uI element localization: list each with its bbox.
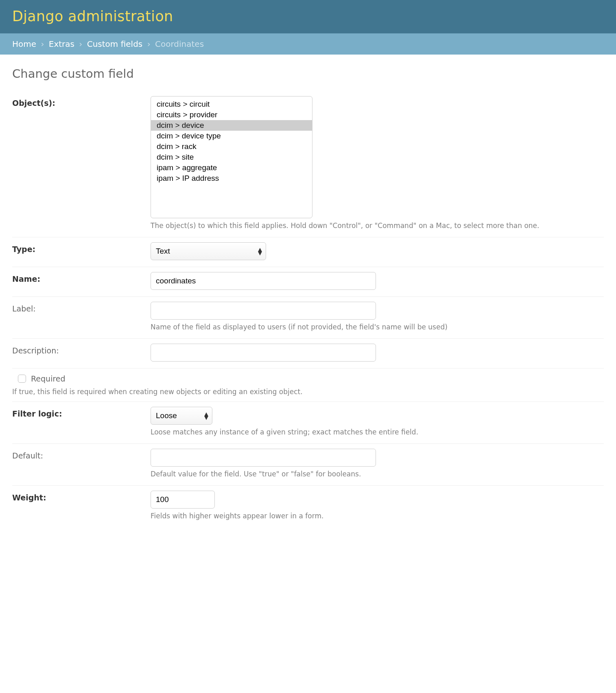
form-row-name: Name: xyxy=(12,267,604,297)
name-input[interactable] xyxy=(151,272,376,290)
required-checkbox[interactable] xyxy=(18,375,26,383)
breadcrumb-current: Coordinates xyxy=(155,39,204,49)
weight-input[interactable] xyxy=(151,491,215,509)
name-label: Name: xyxy=(12,272,151,283)
default-label: Default: xyxy=(12,449,151,460)
form-row-type: Type: Text ▲▼ xyxy=(12,237,604,267)
form-row-default: Default: Default value for the field. Us… xyxy=(12,444,604,486)
objects-option[interactable]: ipam > aggregate xyxy=(151,162,312,173)
breadcrumb: Home › Extras › Custom fields › Coordina… xyxy=(0,33,616,55)
objects-option[interactable]: dcim > device xyxy=(151,120,312,131)
page-title: Change custom field xyxy=(12,67,604,81)
breadcrumb-separator: › xyxy=(41,39,44,49)
objects-option[interactable]: ipam > IP address xyxy=(151,173,312,184)
required-label[interactable]: Required xyxy=(31,374,66,383)
objects-help: The object(s) to which this field applie… xyxy=(151,221,604,230)
default-input[interactable] xyxy=(151,449,376,467)
weight-label: Weight: xyxy=(12,491,151,502)
site-title: Django administration xyxy=(12,8,604,24)
form-row-required: Required If true, this field is required… xyxy=(12,368,604,402)
content: Change custom field Object(s): circuits … xyxy=(0,55,616,544)
description-input[interactable] xyxy=(151,344,376,362)
type-select[interactable]: Text xyxy=(151,242,266,260)
breadcrumb-model[interactable]: Custom fields xyxy=(87,39,143,49)
breadcrumb-separator: › xyxy=(79,39,82,49)
filter-logic-label: Filter logic: xyxy=(12,407,151,418)
objects-label: Object(s): xyxy=(12,96,151,107)
type-label: Type: xyxy=(12,242,151,254)
form-row-filter-logic: Filter logic: Loose ▲▼ Loose matches any… xyxy=(12,402,604,444)
filter-logic-select[interactable]: Loose xyxy=(151,407,212,425)
label-input[interactable] xyxy=(151,302,376,320)
objects-option[interactable]: dcim > rack xyxy=(151,141,312,152)
breadcrumb-app[interactable]: Extras xyxy=(49,39,74,49)
weight-help: Fields with higher weights appear lower … xyxy=(151,511,604,521)
objects-option[interactable]: dcim > device type xyxy=(151,131,312,141)
label-help: Name of the field as displayed to users … xyxy=(151,322,604,332)
objects-option[interactable]: circuits > provider xyxy=(151,110,312,120)
form-row-label: Label: Name of the field as displayed to… xyxy=(12,297,604,339)
form-row-objects: Object(s): circuits > circuitcircuits > … xyxy=(12,96,604,237)
required-help: If true, this field is required when cre… xyxy=(12,387,604,397)
form-row-description: Description: xyxy=(12,339,604,368)
filter-logic-help: Loose matches any instance of a given st… xyxy=(151,428,604,437)
default-help: Default value for the field. Use "true" … xyxy=(151,469,604,479)
objects-option[interactable]: dcim > site xyxy=(151,152,312,162)
description-label: Description: xyxy=(12,344,151,355)
form-module: Object(s): circuits > circuitcircuits > … xyxy=(12,96,604,527)
site-header: Django administration xyxy=(0,0,616,33)
breadcrumb-home[interactable]: Home xyxy=(12,39,36,49)
objects-option[interactable]: circuits > circuit xyxy=(151,99,312,110)
label-label: Label: xyxy=(12,302,151,313)
breadcrumb-separator: › xyxy=(147,39,151,49)
form-row-weight: Weight: Fields with higher weights appea… xyxy=(12,486,604,527)
objects-select[interactable]: circuits > circuitcircuits > providerdci… xyxy=(151,96,312,218)
